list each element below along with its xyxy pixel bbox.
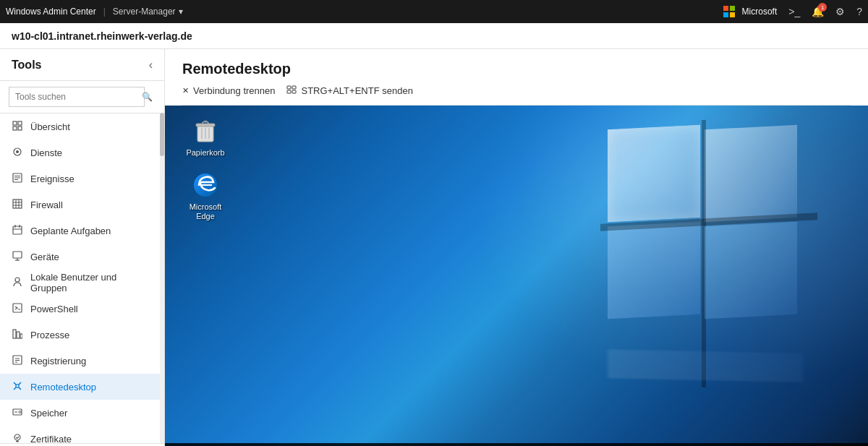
taskbar-start-button[interactable] (165, 443, 194, 446)
server-title: w10-cl01.intranet.rheinwerk-verlag.de (12, 30, 192, 42)
sidebar-item-speicher[interactable]: Speicher (0, 400, 164, 426)
taskbar-mail-button[interactable] (469, 443, 498, 446)
sidebar-title: Tools (12, 59, 41, 72)
svg-rect-1 (18, 121, 22, 125)
disconnect-button[interactable]: ✕ Verbindung trennen (182, 85, 275, 96)
sidebar-item-uebersicht[interactable]: Übersicht (0, 113, 164, 140)
sidebar-item-label: PowerShell (30, 304, 78, 314)
main-layout: Tools ‹ 🔍 Übersicht (0, 49, 868, 446)
ms-logo-blue (723, 12, 728, 17)
svg-rect-27 (20, 334, 22, 338)
microsoft-logo: Microsoft (723, 6, 778, 17)
sidebar-item-dienste[interactable]: Dienste (0, 140, 164, 166)
microsoft-text: Microsoft (742, 7, 778, 17)
ereignisse-icon (12, 173, 23, 185)
logo-pane-3 (608, 222, 700, 320)
svg-rect-46 (287, 90, 291, 93)
sidebar-item-prozesse[interactable]: Prozesse (0, 322, 164, 348)
ctrlaltdel-button[interactable]: STRG+ALT+ENTF senden (286, 85, 412, 96)
uebersicht-icon (12, 121, 23, 133)
sidebar-collapse-button[interactable]: ‹ (149, 59, 153, 72)
sidebar-scrollbar[interactable] (160, 113, 164, 443)
svg-rect-47 (292, 90, 296, 93)
svg-rect-45 (292, 86, 296, 89)
sidebar-scrollbar-thumb[interactable] (160, 113, 164, 156)
remote-desktop-area[interactable]: ♻ Papierkorb (165, 106, 868, 446)
logo-pane-2 (705, 125, 797, 223)
sidebar-item-geraete[interactable]: Geräte (0, 244, 164, 270)
powershell-icon (12, 303, 23, 315)
taskbar-store-button[interactable] (440, 443, 469, 446)
svg-point-22 (15, 278, 20, 282)
geraete-icon (12, 251, 23, 263)
svg-rect-36 (16, 385, 19, 387)
sidebar-item-label: Geplante Aufgaben (30, 226, 111, 236)
sidebar-item-firewall[interactable]: Firewall (0, 192, 164, 218)
papierkorb-img: ♻ (191, 116, 220, 145)
ms-logo-red (723, 6, 728, 11)
win10-desktop[interactable]: ♻ Papierkorb (165, 106, 868, 446)
ms-logo-yellow (730, 12, 735, 17)
help-icon[interactable]: ? (856, 6, 862, 17)
terminal-icon[interactable]: >_ (788, 6, 800, 17)
sidebar-item-lokale-benutzer[interactable]: Lokale Benutzer und Gruppen (0, 270, 164, 296)
settings-icon[interactable]: ⚙ (835, 6, 845, 17)
speicher-icon (12, 407, 23, 419)
remotedesktop-icon (12, 381, 23, 393)
sidebar-item-label: Lokale Benutzer und Gruppen (30, 272, 153, 293)
svg-rect-49 (196, 124, 215, 126)
notification-icon[interactable]: 🔔 1 (812, 6, 824, 17)
sidebar-item-powershell[interactable]: PowerShell (0, 296, 164, 322)
search-submit-button[interactable]: 🔍 (142, 92, 153, 102)
logo-reflection (608, 349, 803, 382)
sidebar-item-label: Registrierung (30, 356, 86, 366)
win-logo-light-effect (608, 127, 810, 380)
sidebar-item-label: Firewall (30, 200, 63, 210)
svg-rect-44 (287, 86, 291, 89)
firewall-icon (12, 199, 23, 211)
sidebar-search-area: 🔍 (0, 81, 164, 113)
app-brand: Windows Admin Center (6, 7, 96, 17)
top-bar-right: Microsoft >_ 🔔 1 ⚙ ? (723, 6, 862, 17)
svg-rect-2 (13, 126, 17, 130)
top-bar: Windows Admin Center | Server-Manager ▾ … (0, 0, 868, 23)
sidebar-item-geplante-aufgaben[interactable]: Geplante Aufgaben (0, 218, 164, 244)
sidebar-settings-item[interactable]: Einstellungen (0, 443, 164, 446)
search-wrapper: 🔍 (9, 87, 156, 107)
server-manager-chevron: ▾ (179, 7, 183, 17)
sidebar-item-label: Geräte (30, 252, 59, 262)
ctrlaltdel-icon (286, 85, 297, 96)
edge-icon[interactable]: Microsoft Edge (179, 171, 231, 221)
task-view-button[interactable] (353, 443, 382, 446)
page-title: Remotedesktop (182, 61, 851, 77)
edge-label: Microsoft Edge (179, 202, 231, 221)
sidebar-item-zertifikate[interactable]: Zertifikate (0, 426, 164, 443)
sidebar: Tools ‹ 🔍 Übersicht (0, 49, 165, 446)
svg-rect-25 (13, 330, 16, 338)
svg-rect-19 (13, 252, 22, 258)
sidebar-item-label: Dienste (30, 147, 62, 158)
sidebar-item-label: Übersicht (30, 121, 70, 132)
svg-rect-15 (13, 226, 22, 234)
lokale-benutzer-icon (12, 277, 23, 289)
sidebar-item-ereignisse[interactable]: Ereignisse (0, 166, 164, 192)
papierkorb-label: Papierkorb (186, 148, 224, 158)
server-manager-menu[interactable]: Server-Manager ▾ (113, 7, 183, 17)
svg-point-5 (16, 150, 19, 153)
registrierung-icon (12, 355, 23, 367)
prozesse-icon (12, 329, 23, 341)
search-input[interactable] (9, 87, 145, 107)
taskbar-edge-button[interactable] (382, 443, 411, 446)
server-title-bar: w10-cl01.intranet.rheinwerk-verlag.de (0, 23, 868, 49)
sidebar-item-label: Ereignisse (30, 173, 75, 184)
papierkorb-icon[interactable]: ♻ Papierkorb (179, 116, 231, 158)
separator: | (103, 7, 106, 17)
sidebar-item-label: Speicher (30, 408, 67, 419)
win10-taskbar: Suchbegriff hier eingeben 🎤 (165, 443, 868, 446)
sidebar-nav: Übersicht Dienste Ereignisse (0, 113, 164, 443)
taskbar-explorer-button[interactable] (411, 443, 440, 446)
sidebar-item-registrierung[interactable]: Registrierung (0, 348, 164, 374)
logo-pane-1 (608, 125, 700, 223)
sidebar-item-remotedesktop[interactable]: Remotedesktop (0, 374, 164, 400)
svg-rect-26 (17, 332, 20, 338)
